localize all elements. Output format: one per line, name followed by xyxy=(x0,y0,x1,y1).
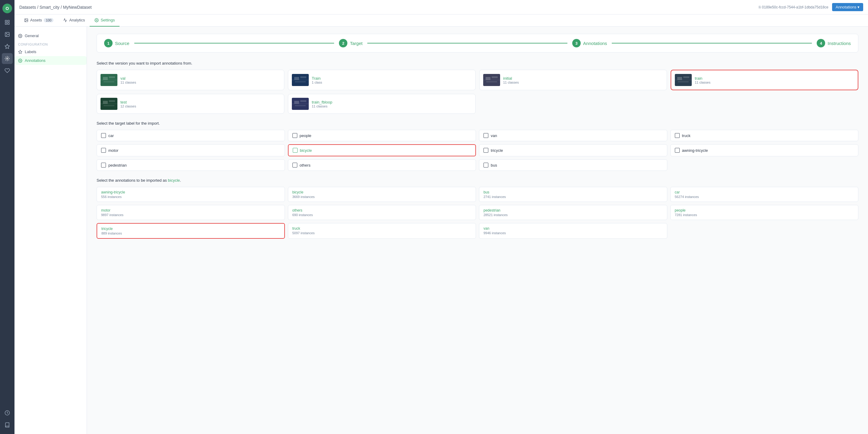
chip-item-awning-tricycle[interactable]: awning-tricycle 556 instances xyxy=(97,187,285,202)
tab-settings[interactable]: Settings xyxy=(90,14,120,27)
chip-count: 556 instances xyxy=(101,195,280,198)
chip-item-others[interactable]: others 690 instances xyxy=(288,205,476,220)
chip-count: 889 instances xyxy=(101,231,280,235)
nav-labels-icon[interactable] xyxy=(2,41,13,52)
svg-point-7 xyxy=(7,58,8,59)
label-name: awning-tricycle xyxy=(682,148,708,153)
version-card-train_fbloop[interactable]: train_fbloop 11 classes xyxy=(288,94,476,114)
version-meta: 1 class xyxy=(312,81,322,84)
chip-count: 690 instances xyxy=(292,213,472,217)
label-item-bus[interactable]: bus xyxy=(479,159,667,171)
source-title: Select the version you want to import an… xyxy=(97,61,858,65)
chip-item-truck[interactable]: truck 5097 instances xyxy=(288,223,476,239)
label-item-awning-tricycle[interactable]: awning-tricycle xyxy=(670,144,859,156)
svg-rect-36 xyxy=(677,77,682,80)
svg-rect-24 xyxy=(294,77,299,80)
version-card-test[interactable]: test 12 classes xyxy=(97,94,284,114)
step-4: 4 Instructions xyxy=(817,39,851,48)
svg-point-14 xyxy=(20,60,21,61)
chip-item-pedestrian[interactable]: pedestrian 28521 instances xyxy=(479,205,667,220)
icon-sidebar: O xyxy=(0,0,14,434)
label-item-pedestrian[interactable]: pedestrian xyxy=(97,159,285,171)
version-meta: 11 classes xyxy=(312,104,332,108)
tab-settings-label: Settings xyxy=(100,18,115,22)
tab-assets-badge: 100 xyxy=(44,18,54,22)
nav-general[interactable]: General xyxy=(14,31,87,40)
chip-name: others xyxy=(292,208,472,213)
bbox-icon xyxy=(292,163,297,167)
label-item-bicycle[interactable]: bicycle xyxy=(288,144,476,156)
label-item-others[interactable]: others xyxy=(288,159,476,171)
version-name: initial xyxy=(503,76,519,81)
nav-annotations[interactable]: Annotations xyxy=(14,56,87,65)
breadcrumb: Datasets / Smart_city / MyNewDataset xyxy=(19,5,92,10)
label-item-people[interactable]: people xyxy=(288,130,476,141)
chip-count: 7281 instances xyxy=(675,213,854,217)
step-4-label: Instructions xyxy=(828,41,851,46)
version-thumb xyxy=(292,74,309,86)
svg-marker-13 xyxy=(19,50,22,54)
svg-rect-43 xyxy=(109,100,115,102)
chip-item-bicycle[interactable]: bicycle 3669 instances xyxy=(288,187,476,202)
svg-point-5 xyxy=(6,33,7,34)
chip-item-motor[interactable]: motor 9897 instances xyxy=(97,205,285,220)
nav-datasets-icon[interactable] xyxy=(2,17,13,28)
chip-name: awning-tricycle xyxy=(101,190,280,194)
svg-rect-50 xyxy=(295,105,306,106)
label-item-tricycle[interactable]: tricycle xyxy=(479,144,667,156)
version-info: Train 1 class xyxy=(312,76,322,84)
svg-rect-2 xyxy=(5,23,7,25)
bbox-icon xyxy=(675,148,680,153)
nav-models-icon[interactable] xyxy=(2,53,13,64)
step-2-label: Target xyxy=(350,41,363,46)
label-name: motor xyxy=(108,148,118,153)
top-header: Datasets / Smart_city / MyNewDataset ⎘ 0… xyxy=(14,0,868,14)
bbox-icon xyxy=(675,133,680,138)
app-logo: O xyxy=(2,4,12,13)
chip-item-van[interactable]: van 9946 instances xyxy=(479,223,667,239)
tab-analytics[interactable]: Analytics xyxy=(58,14,90,27)
svg-rect-30 xyxy=(486,77,490,80)
label-item-truck[interactable]: truck xyxy=(670,130,859,141)
version-meta: 12 classes xyxy=(120,104,136,108)
chip-count: 3669 instances xyxy=(292,195,472,198)
version-thumb xyxy=(292,98,309,110)
svg-rect-44 xyxy=(103,105,114,106)
version-card-train2[interactable]: train 11 classes xyxy=(671,70,858,90)
version-card-train[interactable]: Train 1 class xyxy=(288,70,476,90)
content-area: General Configuration Labels Annotations… xyxy=(14,27,868,434)
bbox-icon xyxy=(484,163,488,167)
chip-item-bus[interactable]: bus 2741 instances xyxy=(479,187,667,202)
chip-item-people[interactable]: people 7281 instances xyxy=(670,205,859,220)
chip-count: 9946 instances xyxy=(484,231,663,235)
svg-rect-31 xyxy=(492,76,498,78)
bbox-icon xyxy=(484,133,488,138)
label-item-van[interactable]: van xyxy=(479,130,667,141)
nav-book-icon[interactable] xyxy=(2,420,13,430)
nav-activity-icon[interactable] xyxy=(2,407,13,418)
nav-images-icon[interactable] xyxy=(2,29,13,40)
nav-plugins-icon[interactable] xyxy=(2,65,13,76)
tab-assets[interactable]: Assets 100 xyxy=(19,14,58,27)
version-card-initial[interactable]: initial 11 classes xyxy=(479,70,667,90)
svg-rect-3 xyxy=(8,23,9,25)
version-info: train 11 classes xyxy=(695,76,710,84)
label-item-motor[interactable]: motor xyxy=(97,144,285,156)
version-card-val[interactable]: val 11 classes xyxy=(97,70,284,90)
annotations-highlight: bicycle xyxy=(168,178,180,183)
chip-item-car[interactable]: car 56274 instances xyxy=(670,187,859,202)
step-1-circle: 1 xyxy=(104,39,113,48)
label-item-car[interactable]: car xyxy=(97,130,285,141)
step-connector-1 xyxy=(134,43,334,43)
label-name: pedestrian xyxy=(108,163,127,167)
nav-labels[interactable]: Labels xyxy=(14,48,87,56)
bbox-icon xyxy=(292,133,297,138)
svg-rect-49 xyxy=(300,100,306,102)
chip-item-tricycle[interactable]: tricycle 889 instances xyxy=(97,223,285,239)
steps-header: 1 Source 2 Target 3 Annotations 4 Instru… xyxy=(97,34,858,53)
version-info: train_fbloop 11 classes xyxy=(312,100,332,108)
step-4-circle: 4 xyxy=(817,39,825,48)
copy-icon[interactable]: ⎘ xyxy=(759,5,761,9)
version-thumb xyxy=(483,74,500,86)
annotations-button[interactable]: Annotations ▾ xyxy=(832,3,863,11)
